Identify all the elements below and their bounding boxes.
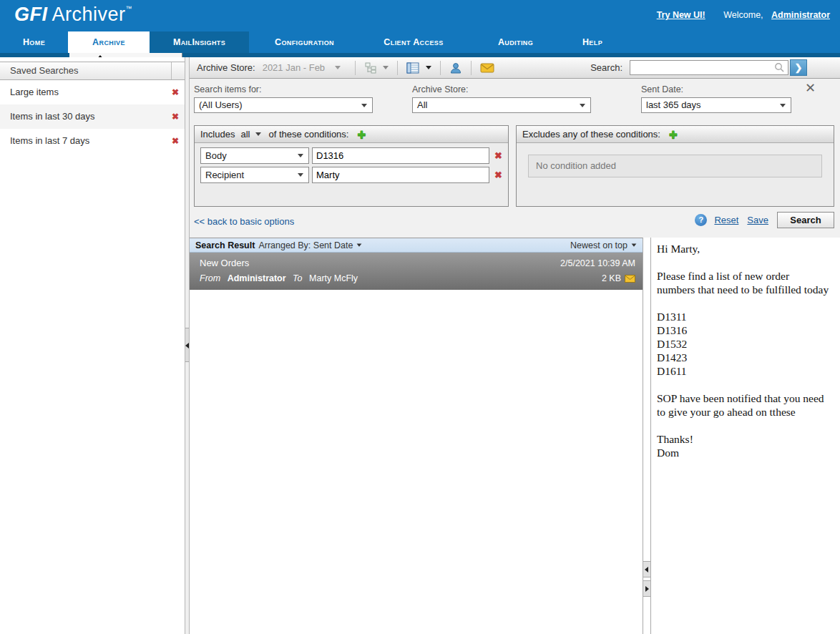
logo-gfi: GFI [14,4,48,25]
search-items-for-select[interactable]: (All Users) [194,97,373,113]
result-item[interactable]: New Orders 2/5/2021 10:39 AM From Admini… [190,253,643,290]
remove-condition-icon[interactable]: ✖ [494,170,502,180]
search-results-pane: Search Result Arranged By: Sent Date New… [190,238,643,634]
chevron-down-icon [361,104,367,107]
chevron-down-icon[interactable] [255,132,261,136]
user-view-button[interactable] [446,60,465,76]
sent-date-label: Sent Date: [641,84,791,94]
saved-searches-list: Large items ✖ Items in last 30 days ✖ It… [0,80,185,153]
nav-tab-mailinsights[interactable]: MailInsights [150,31,249,53]
main-nav: Home Archive MailInsights Configuration … [0,31,840,53]
results-title: Search Result [195,240,255,250]
saved-search-item[interactable]: Large items ✖ [0,80,185,104]
archive-store-group: Archive Store: All [412,84,591,113]
close-advanced-search-icon[interactable]: ✕ [805,82,816,94]
condition-field-select[interactable]: Recipient [200,167,309,183]
splitter-collapse-right-handle[interactable] [643,580,650,597]
saved-search-label: Items in last 30 days [10,111,95,122]
header-user-area: Try New UI! Welcome, Administrator [657,10,830,20]
toolbar-divider [471,61,472,75]
results-header: Search Result Arranged By: Sent Date New… [190,238,643,253]
condition-field-select[interactable]: Body [200,147,309,164]
chevron-down-icon [426,66,431,69]
archive-store-toolbar-select[interactable]: 2021 Jan - Feb [263,62,341,73]
app-header: GFIArchiver™ Try New UI! Welcome, Admini… [0,0,840,31]
column-layout-button[interactable] [404,60,434,76]
search-go-button[interactable]: ❯ [790,59,807,76]
nav-tab-help[interactable]: Help [564,31,621,53]
toolbar-search-input[interactable] [630,60,788,75]
delete-saved-search-icon[interactable]: ✖ [172,80,179,104]
main-content: Archive Store: 2021 Jan - Feb [190,57,840,634]
collapse-left-icon [185,343,189,348]
user-menu-link[interactable]: Administrator [771,10,830,20]
sort-order-control[interactable]: Newest on top [570,240,637,250]
condition-value-input[interactable] [312,147,489,164]
saved-search-label: Items in last 7 days [10,135,89,146]
result-subject: New Orders [200,258,249,268]
logo-product: Archiver [52,4,126,25]
email-preview-pane: Hi Marty, Please find a list of new orde… [651,238,840,634]
archive-store-toolbar-label: Archive Store: [197,62,255,73]
includes-header: Includes all of these conditions: ✚ [195,126,508,143]
sidebar-collapse-handle[interactable] [185,328,189,362]
preview-splitter[interactable] [643,238,651,634]
back-to-basic-options-link[interactable]: << back to basic options [194,216,294,227]
condition-value-input[interactable] [312,167,489,183]
delete-saved-search-icon[interactable]: ✖ [172,129,179,153]
includes-prefix: Includes [200,129,235,140]
sent-date-select[interactable]: last 365 days [641,97,791,113]
reset-link[interactable]: Reset [714,215,738,225]
toolbar-search-wrap [630,60,788,75]
condition-row: Recipient ✖ [200,167,502,183]
nav-tab-configuration[interactable]: Configuration [249,31,360,53]
from-label: From [200,273,220,283]
mail-view-button[interactable] [477,61,497,75]
search-items-for-group: Search items for: (All Users) [194,84,373,113]
saved-search-item[interactable]: Items in last 30 days ✖ [0,104,185,129]
includes-suffix: of these conditions: [268,129,348,140]
chevron-down-icon [580,104,585,107]
hierarchy-view-button[interactable] [361,60,391,76]
try-new-ui-link[interactable]: Try New UI! [657,10,705,20]
search-button[interactable]: Search [777,212,834,228]
add-exclude-condition-icon[interactable]: ✚ [669,129,678,140]
result-date: 2/5/2021 10:39 AM [560,258,635,268]
condition-field-value: Recipient [205,170,244,180]
user-icon [449,62,462,74]
nav-tab-home[interactable]: Home [0,31,68,53]
arranged-by-control[interactable]: Search Result Arranged By: Sent Date [195,240,362,250]
to-label: To [293,273,302,283]
condition-field-value: Body [205,150,227,161]
nav-tab-archive[interactable]: Archive [68,31,150,53]
nav-tab-auditing[interactable]: Auditing [467,31,564,53]
save-link[interactable]: Save [747,215,768,225]
result-from: Administrator [228,273,286,283]
logo-trademark: ™ [126,5,133,12]
splitter-collapse-left-handle[interactable] [643,561,650,577]
collapse-right-icon [645,586,649,592]
saved-search-item[interactable]: Items in last 7 days ✖ [0,129,185,153]
sort-caret-icon [357,243,362,246]
toolbar-divider [440,61,441,75]
result-line-2: From Administrator To Marty McFly 2 KB [200,273,635,283]
includes-body: Body ✖ Recipient ✖ [195,143,508,190]
excludes-header: Excludes any of these conditions: ✚ [517,126,834,143]
nav-tab-client-access[interactable]: Client Access [360,31,467,53]
remove-condition-icon[interactable]: ✖ [494,150,502,161]
search-items-for-label: Search items for: [194,84,373,94]
search-items-for-value: (All Users) [199,99,243,110]
chevron-down-icon [298,173,303,177]
sidebar-splitter[interactable] [185,57,190,634]
delete-saved-search-icon[interactable]: ✖ [172,104,179,129]
saved-searches-sidebar: Saved Searches Large items ✖ Items in la… [0,57,185,634]
includes-mode-select[interactable]: all [240,129,250,140]
search-actions: ? Reset Save Search [695,212,834,228]
help-icon[interactable]: ? [695,214,707,226]
gfi-archiver-logo: GFIArchiver™ [14,4,132,26]
saved-searches-header: Saved Searches [0,62,185,80]
excludes-conditions-box: Excludes any of these conditions: ✚ No c… [516,125,834,207]
add-include-condition-icon[interactable]: ✚ [357,129,366,140]
archive-store-select[interactable]: All [412,97,591,113]
saved-searches-title: Saved Searches [10,65,78,76]
